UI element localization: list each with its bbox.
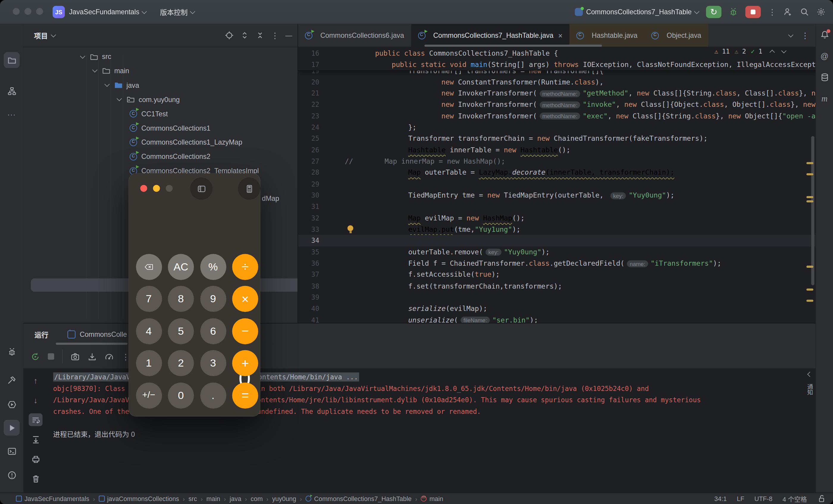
project-panel-title[interactable]: 项目 xyxy=(34,30,55,41)
editor-tab[interactable]: CommonsCollections6.java xyxy=(298,24,411,47)
code-line[interactable]: 28Map outerTable = LazyMap.decorate(inne… xyxy=(298,167,817,178)
calc-all-clear-button[interactable]: AC xyxy=(168,254,194,280)
code-line[interactable]: 41unserialize(fileName:"ser.bin"); xyxy=(298,314,817,323)
breadcrumb-item[interactable]: javaCommonsCollections xyxy=(99,495,179,502)
collapse-all-icon[interactable] xyxy=(256,31,264,40)
problems-icon[interactable] xyxy=(4,467,20,483)
code-line[interactable]: 21new InvokerTransformer(methodName:"get… xyxy=(298,88,817,99)
sticky-line[interactable]: 17public static void main(String[] args)… xyxy=(298,58,817,70)
traffic-lights[interactable] xyxy=(13,8,43,15)
debug-icon[interactable] xyxy=(4,344,20,360)
tab-scrollbar[interactable] xyxy=(425,45,602,47)
code-line[interactable]: 25Transformer transformerChain = new Cha… xyxy=(298,133,817,144)
breadcrumb-item[interactable]: JavaSecFundamentals xyxy=(16,495,90,502)
calc-eight-button[interactable]: 8 xyxy=(168,286,194,312)
calc-decimal-button[interactable]: . xyxy=(200,382,226,408)
code-line[interactable]: 33evilMap.put(tme,"Yuy1ung"); xyxy=(298,223,817,235)
stop-process-icon[interactable] xyxy=(48,353,54,359)
down-stacktrace-icon[interactable]: ↓ xyxy=(28,393,42,406)
editor-tab[interactable]: Hashtable.java xyxy=(569,24,644,47)
code-line[interactable]: 20new ConstantTransformer(Runtime.class)… xyxy=(298,76,817,88)
tab-list-chevron-icon[interactable] xyxy=(788,32,793,37)
calc-five-button[interactable]: 5 xyxy=(168,318,194,344)
calc-backspace-button[interactable] xyxy=(136,254,162,280)
calc-two-button[interactable]: 2 xyxy=(168,350,194,376)
print-icon[interactable] xyxy=(28,453,42,465)
unlock-icon[interactable] xyxy=(817,494,826,503)
search-icon[interactable] xyxy=(800,7,809,16)
calc-percent-button[interactable]: % xyxy=(200,254,226,280)
tree-row[interactable]: main xyxy=(24,64,298,78)
chevron-down-icon[interactable] xyxy=(104,82,110,87)
code-line[interactable]: 31 xyxy=(298,201,817,212)
profiler-gauge-icon[interactable] xyxy=(105,352,114,361)
sticky-line[interactable]: 16public class CommonsCollections7_HashT… xyxy=(298,47,817,59)
encoding[interactable]: UTF-8 xyxy=(755,495,772,502)
close-icon[interactable]: × xyxy=(558,31,563,40)
debug-button[interactable] xyxy=(729,7,738,16)
calc-seven-button[interactable]: 7 xyxy=(136,286,162,312)
code-line[interactable]: 38f.set(transformerChain,transformers); xyxy=(298,280,817,292)
warning-stripe-mark[interactable] xyxy=(807,200,813,202)
snapshot-camera-icon[interactable] xyxy=(71,352,79,361)
rerun-icon[interactable] xyxy=(31,352,40,361)
run-tab-scrollbar[interactable] xyxy=(56,343,127,345)
stop-button[interactable] xyxy=(745,6,761,18)
code-area[interactable]: 19Transformer[] transformers = new Trans… xyxy=(298,47,817,323)
tree-row[interactable]: CommonsCollections1_LazyMap xyxy=(24,135,298,149)
line-ending[interactable]: LF xyxy=(737,495,744,502)
warning-stripe-mark[interactable] xyxy=(807,299,813,302)
code-line[interactable]: 24}; xyxy=(298,121,817,133)
code-line[interactable]: 23new InvokerTransformer(methodName:"exe… xyxy=(298,110,817,122)
code-line[interactable]: 39 xyxy=(298,292,817,303)
tree-row[interactable]: java xyxy=(24,78,298,92)
scroll-to-end-icon[interactable] xyxy=(28,433,42,446)
structure-icon[interactable] xyxy=(4,83,20,99)
ai-assistant-icon[interactable]: @ xyxy=(820,51,829,61)
settings-gear-icon[interactable] xyxy=(817,7,826,16)
calc-equals-button[interactable]: = xyxy=(232,382,258,408)
breadcrumb-item[interactable]: src xyxy=(189,495,197,502)
warning-stripe-mark[interactable] xyxy=(807,289,813,290)
warning-stripe-mark[interactable] xyxy=(807,162,813,164)
editor-scrollbar[interactable] xyxy=(811,136,814,285)
vcs-menu[interactable]: 版本控制 xyxy=(160,7,195,17)
code-line[interactable]: 29 xyxy=(298,178,817,190)
breadcrumb-item[interactable]: java xyxy=(230,495,241,502)
warning-stripe-mark[interactable] xyxy=(807,173,813,175)
terminal-icon[interactable] xyxy=(4,443,20,459)
add-user-icon[interactable] xyxy=(784,7,792,16)
tree-row[interactable]: com.yuy0ung xyxy=(24,92,298,106)
code-line[interactable]: 34 xyxy=(298,235,817,246)
warning-stripe-mark[interactable] xyxy=(807,266,813,267)
code-line[interactable]: 36Field f = ChainedTransformer.class.get… xyxy=(298,257,817,269)
tab-options-icon[interactable]: ⋮ xyxy=(801,31,809,39)
breadcrumb-item[interactable]: yuy0ung xyxy=(272,495,296,502)
code-line[interactable]: 27//Map innerMap = new HashMap(); xyxy=(298,155,817,167)
expand-all-icon[interactable] xyxy=(240,31,249,40)
caret-position[interactable]: 34:1 xyxy=(714,495,727,502)
code-line[interactable]: 22new InvokerTransformer(methodName:"inv… xyxy=(298,99,817,111)
breadcrumb-item[interactable]: com xyxy=(251,495,263,502)
code-line[interactable]: 32Map evilMap = new HashMap(); xyxy=(298,212,817,224)
code-line[interactable]: 35outerTable.remove(key:"Yuy0ung"); xyxy=(298,246,817,258)
code-line[interactable]: 37f.setAccessible(true); xyxy=(298,269,817,280)
more-tools-icon[interactable]: ··· xyxy=(4,106,20,122)
calc-plus-minus-button[interactable]: +/− xyxy=(136,382,162,408)
editor-tab[interactable]: Object.java xyxy=(644,24,708,47)
calc-nine-button[interactable]: 9 xyxy=(200,286,226,312)
calc-divide-button[interactable]: ÷ xyxy=(232,254,258,280)
rerun-button[interactable]: ↻ xyxy=(706,6,721,18)
calc-multiply-button[interactable]: × xyxy=(232,286,258,312)
calc-subtract-button[interactable]: − xyxy=(232,318,258,344)
project-menu[interactable]: JavaSecFundamentals xyxy=(69,8,146,16)
code-line[interactable]: 26Hashtable innerTable = new Hashtable()… xyxy=(298,144,817,155)
up-stacktrace-icon[interactable]: ↑ xyxy=(28,374,42,387)
calculator-window[interactable]: 0 AC%÷789×456−123++/−0.= xyxy=(128,173,260,416)
hide-panel-icon[interactable]: — xyxy=(285,31,292,39)
build-hammer-icon[interactable] xyxy=(4,372,20,388)
intention-bulb-icon[interactable] xyxy=(347,225,354,234)
tree-row[interactable]: src xyxy=(24,49,298,64)
profiler-icon[interactable] xyxy=(4,396,20,412)
notifications-bell-icon[interactable] xyxy=(820,30,829,39)
